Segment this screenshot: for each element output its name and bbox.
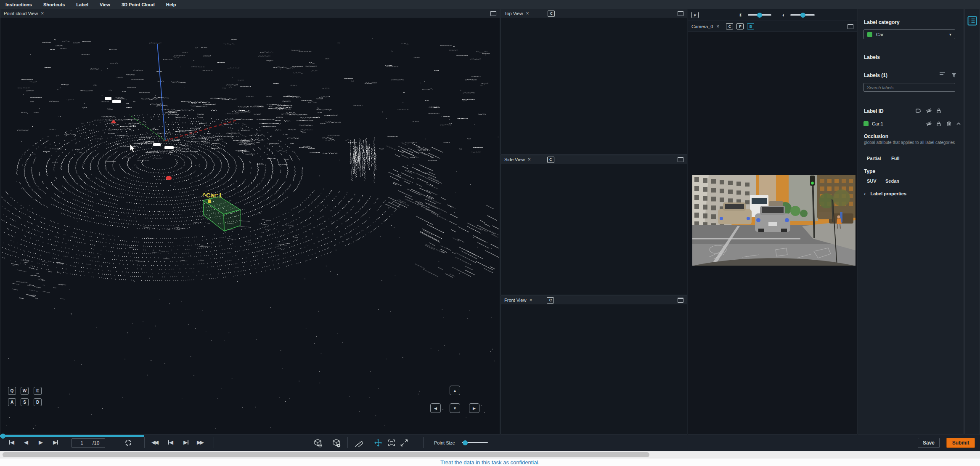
key-d-button[interactable]: D [34, 398, 42, 406]
sort-icon[interactable] [940, 72, 946, 78]
point-cloud-viewport[interactable]: ^Car:1 Q W E A S D ▲ ◀ ▼ ▶ [0, 18, 500, 434]
collapse-chevron-up-icon[interactable] [955, 120, 962, 127]
label-properties-toggle[interactable]: › Label properties [864, 189, 906, 197]
label-list-icon[interactable] [967, 16, 977, 26]
label-name: Car:1 [872, 121, 883, 126]
eye-off-icon[interactable] [925, 120, 932, 127]
point-size-knob[interactable] [463, 440, 468, 445]
step-back-button[interactable]: ◀ [168, 439, 173, 445]
ego-points-blob [164, 146, 174, 149]
bottom-control-bar: ◀ ◀ ▶ ▶ /10 ◀◀ ◀ ▶ ▶▶ [0, 434, 980, 451]
pan-up-button[interactable]: ▲ [450, 386, 460, 395]
pan-right-button[interactable]: ▶ [469, 403, 479, 413]
category-selected-value: Car [876, 32, 884, 37]
maximize-icon[interactable] [678, 157, 683, 162]
point-size-slider[interactable] [462, 442, 488, 443]
z-axis-line [157, 44, 165, 141]
hide-all-eye-off-icon[interactable] [925, 107, 932, 114]
contrast-slider[interactable] [790, 14, 815, 16]
step-forward-button[interactable]: ▶ [183, 439, 188, 445]
cuboid-handle[interactable] [208, 200, 211, 203]
menu-instructions[interactable]: Instructions [5, 2, 32, 7]
menu-view[interactable]: View [100, 2, 110, 7]
next-frame-button[interactable]: ▶ [53, 439, 58, 445]
menu-help[interactable]: Help [166, 2, 176, 7]
top-view-viewport[interactable] [501, 18, 687, 154]
menu-label[interactable]: Label [76, 2, 88, 7]
maximize-icon[interactable] [678, 11, 683, 16]
cuboid-annotation-car1[interactable] [203, 197, 240, 231]
lock-all-icon[interactable] [935, 107, 942, 114]
move-tool-icon[interactable] [373, 438, 383, 447]
key-s-button[interactable]: S [21, 398, 29, 406]
play-button[interactable]: ▶ [39, 439, 43, 445]
submit-button[interactable]: Submit [946, 438, 975, 448]
pan-left-button[interactable]: ◀ [430, 403, 441, 413]
close-icon[interactable]: × [529, 298, 532, 303]
contrast-slider-knob[interactable] [800, 13, 805, 18]
key-e-button[interactable]: E [34, 387, 42, 395]
brightness-slider-knob[interactable] [757, 13, 762, 18]
trash-icon[interactable] [946, 120, 952, 127]
frame-view-icon[interactable] [387, 438, 396, 447]
pan-down-button[interactable]: ▼ [450, 403, 460, 413]
close-icon[interactable]: × [526, 11, 529, 16]
fast-backward-button[interactable]: ◀◀ [151, 439, 159, 445]
frame-number-input[interactable] [77, 440, 87, 447]
type-suv-button[interactable]: SUV [867, 178, 877, 184]
side-view-viewport[interactable] [501, 164, 687, 295]
occlusion-heading: Occlusion [864, 133, 888, 139]
maximize-icon[interactable] [848, 24, 853, 29]
scrollbar-thumb[interactable] [3, 452, 649, 457]
save-button[interactable]: Save [918, 438, 940, 448]
camera-c-button[interactable]: C [726, 23, 733, 29]
refresh-icon[interactable] [124, 438, 133, 447]
timeline-knob[interactable] [0, 434, 5, 439]
camera-f-button[interactable]: F [736, 23, 744, 29]
skip-to-first-button[interactable]: ◀ [9, 439, 14, 445]
side-view-title: Side View [504, 157, 525, 162]
occlusion-full-button[interactable]: Full [891, 156, 900, 161]
key-q-button[interactable]: Q [8, 387, 16, 395]
expand-fullscreen-icon[interactable] [400, 438, 409, 447]
top-view-camera-button[interactable]: C [548, 11, 555, 17]
key-w-button[interactable]: W [21, 387, 29, 395]
front-view-camera-button[interactable]: C [547, 297, 554, 304]
search-labels-input[interactable] [863, 83, 955, 92]
projection-toggle-button[interactable]: P [691, 12, 699, 18]
close-icon[interactable]: × [41, 11, 44, 16]
frame-counter: /10 [72, 438, 105, 448]
maximize-icon[interactable] [678, 298, 683, 303]
front-view-viewport[interactable] [501, 304, 687, 434]
filter-icon[interactable] [951, 72, 957, 78]
camera-body [688, 32, 857, 434]
type-sedan-button[interactable]: Sedan [885, 178, 899, 184]
frame-timeline-slider[interactable] [0, 435, 144, 437]
brightness-slider[interactable] [748, 14, 771, 16]
tag-icon[interactable] [915, 107, 922, 114]
side-view-panel: Side View × C [501, 155, 687, 295]
camera-image[interactable] [692, 175, 856, 266]
menu-3d-point-cloud[interactable]: 3D Point Cloud [122, 2, 155, 7]
label-category-select[interactable]: Car ▾ [863, 29, 955, 39]
menu-shortcuts[interactable]: Shortcuts [43, 2, 65, 7]
ego-points-blob [105, 97, 111, 100]
fast-forward-button[interactable]: ▶▶ [197, 439, 204, 445]
maximize-icon[interactable] [490, 11, 496, 16]
occlusion-partial-button[interactable]: Partial [867, 156, 881, 161]
previous-frame-button[interactable]: ◀ [24, 439, 28, 445]
close-icon[interactable]: × [528, 157, 531, 162]
front-view-panel: Front View × C [501, 296, 687, 434]
camera-b-button[interactable]: B [747, 23, 754, 29]
side-view-camera-button[interactable]: C [547, 157, 554, 163]
ruler-icon[interactable] [354, 438, 363, 447]
horizontal-scrollbar[interactable] [0, 451, 980, 458]
frame-total: /10 [93, 440, 100, 446]
label-id-heading: Label ID [864, 108, 884, 114]
add-fitted-cuboid-icon[interactable] [331, 438, 341, 447]
lock-icon[interactable] [935, 120, 942, 127]
close-icon[interactable]: × [716, 24, 719, 29]
add-cuboid-icon[interactable] [313, 438, 322, 447]
label-row-car1[interactable]: Car:1 [858, 120, 964, 129]
key-a-button[interactable]: A [8, 398, 16, 406]
